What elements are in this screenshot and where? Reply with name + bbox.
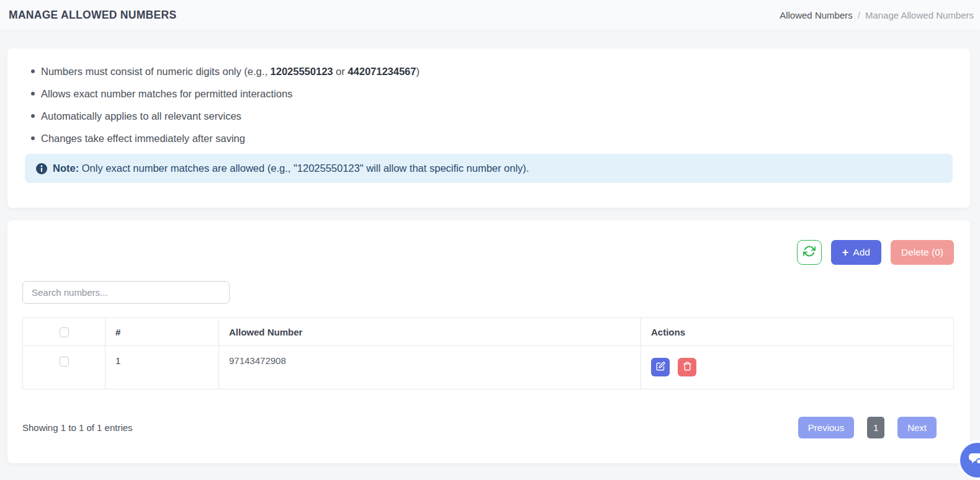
column-header-index: # <box>106 318 219 346</box>
add-button-label: Add <box>853 247 870 258</box>
note-text-wrap: Note: Only exact number matches are allo… <box>53 162 529 174</box>
note-label: Note: <box>53 162 79 174</box>
refresh-icon <box>803 245 816 260</box>
guideline-text: Numbers must consist of numeric digits o… <box>41 66 271 77</box>
entries-summary: Showing 1 to 1 of 1 entries <box>22 422 133 433</box>
select-all-checkbox[interactable] <box>60 327 69 337</box>
info-icon <box>36 163 47 174</box>
example-number: 442071234567 <box>348 66 416 77</box>
breadcrumb-current: Manage Allowed Numbers <box>865 10 974 20</box>
top-bar: MANAGE ALLOWED NUMBERS Allowed Numbers /… <box>0 0 980 30</box>
guideline-text: ) <box>416 66 420 77</box>
note-text: Only exact number matches are allowed (e… <box>82 162 529 174</box>
allowed-numbers-table: # Allowed Number Actions 1 97143472908 <box>22 318 954 389</box>
edit-button[interactable] <box>651 358 670 376</box>
toolbar: + Add Delete (0) <box>22 240 954 265</box>
row-actions <box>651 358 943 376</box>
delete-selected-button[interactable]: Delete (0) <box>891 240 954 265</box>
refresh-button[interactable] <box>797 240 822 265</box>
breadcrumb-separator: / <box>858 10 860 20</box>
next-page-button[interactable]: Next <box>897 417 937 438</box>
guideline-item: Changes take effect immediately after sa… <box>25 131 953 145</box>
guideline-item: Allows exact number matches for permitte… <box>25 87 953 100</box>
table-footer: Showing 1 to 1 of 1 entries Previous 1 N… <box>22 417 954 438</box>
search-input[interactable] <box>22 281 230 304</box>
numbers-card: + Add Delete (0) # Allowed Number Action… <box>7 220 970 463</box>
column-header-actions: Actions <box>641 318 954 346</box>
column-header-number: Allowed Number <box>219 318 641 346</box>
table-header-row: # Allowed Number Actions <box>23 318 954 346</box>
row-number: 97143472908 <box>219 346 641 389</box>
breadcrumb-parent[interactable]: Allowed Numbers <box>780 10 853 20</box>
edit-icon <box>656 362 665 373</box>
row-checkbox[interactable] <box>60 357 69 367</box>
table-row: 1 97143472908 <box>23 346 954 389</box>
add-button[interactable]: + Add <box>831 240 881 265</box>
plus-icon: + <box>842 247 849 258</box>
trash-icon <box>683 362 692 373</box>
page-title: MANAGE ALLOWED NUMBERS <box>9 9 176 22</box>
guideline-text: or <box>333 66 348 77</box>
previous-page-button[interactable]: Previous <box>798 417 854 438</box>
delete-row-button[interactable] <box>678 358 696 376</box>
breadcrumb: Allowed Numbers / Manage Allowed Numbers <box>780 10 974 20</box>
page-number-button[interactable]: 1 <box>867 417 884 438</box>
pagination: Previous 1 Next <box>798 417 954 438</box>
chat-icon <box>968 450 980 471</box>
guidelines-list: Numbers must consist of numeric digits o… <box>25 64 953 145</box>
row-index: 1 <box>106 346 219 389</box>
note-box: Note: Only exact number matches are allo… <box>25 154 953 183</box>
guideline-item: Numbers must consist of numeric digits o… <box>25 64 953 78</box>
guideline-item: Automatically applies to all relevant se… <box>25 109 953 123</box>
example-number: 12025550123 <box>271 66 333 77</box>
guidelines-card: Numbers must consist of numeric digits o… <box>7 48 970 208</box>
